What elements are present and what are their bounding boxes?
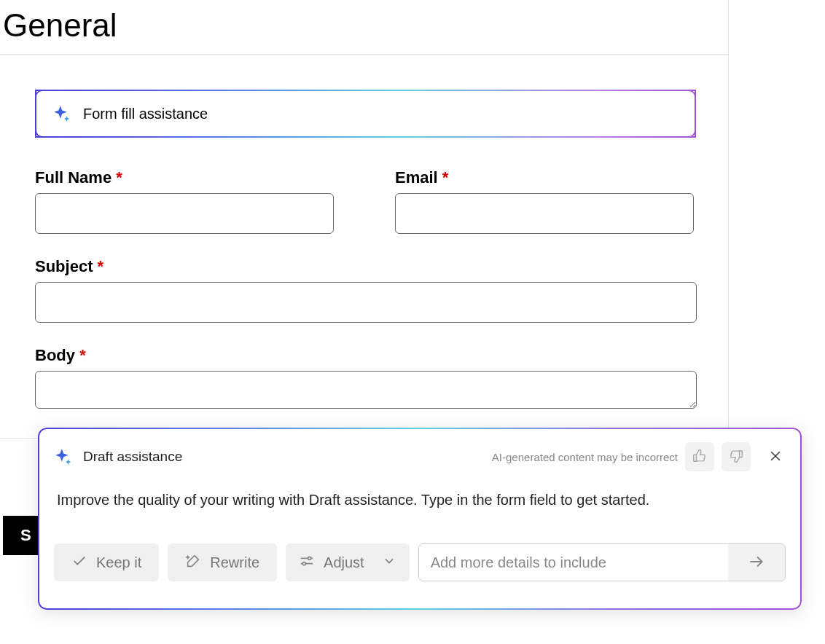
draft-assistance-panel: Draft assistance AI-generated content ma… xyxy=(38,428,802,610)
thumbs-down-button[interactable] xyxy=(722,442,751,471)
arrow-right-icon xyxy=(747,552,766,573)
svg-point-0 xyxy=(308,557,311,559)
subject-label: Subject * xyxy=(35,257,696,276)
draft-title: Draft assistance xyxy=(83,449,182,465)
form-row-subject: Subject * xyxy=(35,257,696,323)
svg-point-1 xyxy=(302,562,305,565)
rewrite-icon xyxy=(185,553,201,573)
body-label: Body * xyxy=(35,346,696,365)
subject-input[interactable] xyxy=(35,282,697,323)
keep-it-button[interactable]: Keep it xyxy=(54,543,159,581)
page-container: General Form fill assistance Full Name * xyxy=(0,0,729,439)
close-button[interactable] xyxy=(765,447,786,467)
required-marker: * xyxy=(79,346,86,364)
required-marker: * xyxy=(98,257,104,275)
detail-input-wrap xyxy=(418,543,786,581)
sparkle-icon xyxy=(54,447,73,466)
form-fill-assistance-banner[interactable]: Form fill assistance xyxy=(35,90,696,138)
sparkle-icon xyxy=(52,104,71,123)
email-label: Email * xyxy=(395,168,694,187)
required-marker: * xyxy=(442,168,449,186)
ai-disclaimer: AI-generated content may be incorrect xyxy=(492,451,678,463)
form-area: Form fill assistance Full Name * Email * xyxy=(0,55,728,438)
form-fill-assistance-label: Form fill assistance xyxy=(83,106,208,122)
draft-actions: Keep it Rewrite Adjust xyxy=(54,543,786,581)
fullname-input[interactable] xyxy=(35,193,334,234)
send-button[interactable] xyxy=(728,544,785,581)
draft-message: Improve the quality of your writing with… xyxy=(54,492,786,508)
required-marker: * xyxy=(116,168,122,186)
draft-header: Draft assistance AI-generated content ma… xyxy=(54,442,786,471)
email-input[interactable] xyxy=(395,193,694,234)
adjust-button[interactable]: Adjust xyxy=(286,543,410,581)
rewrite-button[interactable]: Rewrite xyxy=(168,543,277,581)
form-row-name-email: Full Name * Email * xyxy=(35,168,696,234)
close-icon xyxy=(768,449,783,466)
check-icon xyxy=(71,553,87,573)
form-group-body: Body * xyxy=(35,346,696,409)
detail-input[interactable] xyxy=(419,544,728,581)
thumbs-down-icon xyxy=(728,448,744,466)
form-group-email: Email * xyxy=(395,168,694,234)
sliders-icon xyxy=(299,553,315,573)
form-row-body: Body * xyxy=(35,346,696,409)
fullname-label: Full Name * xyxy=(35,168,334,187)
thumbs-up-button[interactable] xyxy=(685,442,714,471)
draft-header-right: AI-generated content may be incorrect xyxy=(492,442,786,471)
page-title: General xyxy=(0,0,728,55)
form-group-fullname: Full Name * xyxy=(35,168,334,234)
form-group-subject: Subject * xyxy=(35,257,696,323)
body-input[interactable] xyxy=(35,371,697,409)
thumbs-up-icon xyxy=(692,448,708,466)
chevron-down-icon xyxy=(382,554,396,572)
